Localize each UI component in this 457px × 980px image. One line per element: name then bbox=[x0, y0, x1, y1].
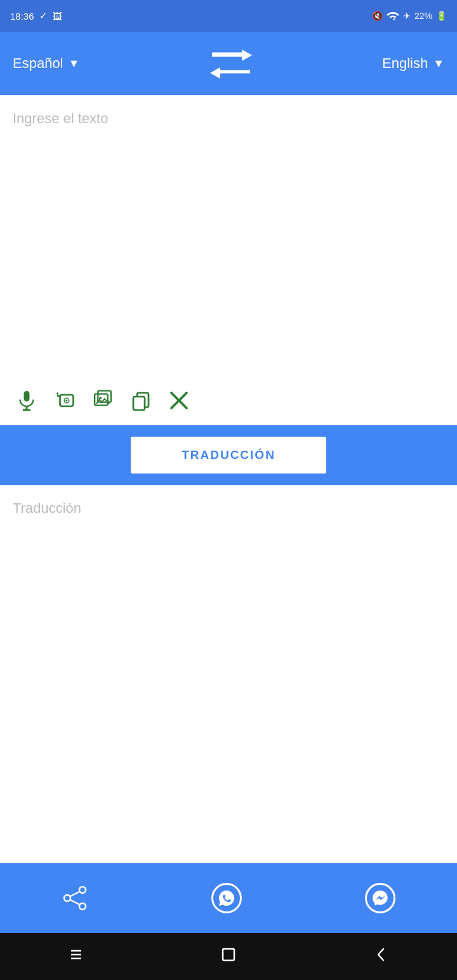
svg-marker-3 bbox=[210, 67, 220, 79]
svg-text:+: + bbox=[55, 390, 60, 399]
whatsapp-button[interactable] bbox=[211, 883, 242, 913]
target-language-label: English bbox=[382, 55, 428, 72]
target-language-chevron: ▼ bbox=[433, 57, 444, 70]
svg-line-23 bbox=[70, 900, 79, 904]
source-language-label: Español bbox=[13, 55, 63, 72]
svg-point-14 bbox=[99, 397, 102, 399]
status-bar-left: 18:36 ✓ 🖼 bbox=[10, 10, 62, 22]
source-language-selector[interactable]: Español ▼ bbox=[13, 55, 79, 72]
output-placeholder-text: Traducción bbox=[13, 500, 444, 517]
svg-point-21 bbox=[79, 903, 86, 910]
android-nav-bar bbox=[0, 933, 457, 980]
swap-languages-button[interactable] bbox=[209, 48, 253, 79]
messenger-circle bbox=[365, 883, 395, 913]
back-button[interactable] bbox=[372, 946, 390, 967]
home-button[interactable] bbox=[220, 946, 237, 967]
clear-button[interactable] bbox=[168, 389, 190, 412]
svg-marker-1 bbox=[242, 50, 252, 61]
svg-rect-4 bbox=[24, 391, 30, 402]
camera-button[interactable]: + bbox=[53, 389, 76, 412]
gallery-button[interactable] bbox=[91, 389, 114, 412]
svg-line-22 bbox=[70, 892, 79, 896]
svg-point-19 bbox=[79, 887, 86, 893]
status-bar-right: 🔇 ✈ 22% 🔋 bbox=[372, 10, 447, 22]
image-icon: 🖼 bbox=[53, 11, 62, 22]
output-area: Traducción bbox=[0, 485, 457, 863]
svg-point-20 bbox=[64, 895, 70, 901]
battery-text: 22% bbox=[414, 11, 432, 21]
whatsapp-circle bbox=[211, 883, 242, 913]
wifi-icon bbox=[387, 10, 399, 22]
battery-icon: 🔋 bbox=[436, 11, 447, 21]
source-text-input[interactable] bbox=[0, 95, 457, 379]
source-language-chevron: ▼ bbox=[69, 57, 80, 70]
status-bar: 18:36 ✓ 🖼 🔇 ✈ 22% 🔋 bbox=[0, 0, 457, 32]
messenger-button[interactable] bbox=[365, 883, 395, 913]
svg-rect-16 bbox=[133, 397, 145, 410]
svg-point-9 bbox=[64, 398, 70, 404]
translate-button-wrapper: TRADUCCIÓN bbox=[0, 425, 457, 485]
bottom-action-bar bbox=[0, 863, 457, 933]
target-language-selector[interactable]: English ▼ bbox=[382, 55, 444, 72]
input-area: + bbox=[0, 95, 457, 425]
translate-button[interactable]: TRADUCCIÓN bbox=[131, 437, 326, 473]
share-button[interactable] bbox=[62, 885, 88, 911]
swap-arrows-icon bbox=[209, 48, 253, 79]
airplane-icon: ✈ bbox=[403, 11, 411, 21]
check-icon: ✓ bbox=[39, 10, 48, 22]
microphone-button[interactable] bbox=[15, 389, 38, 412]
copy-button[interactable] bbox=[129, 389, 152, 412]
svg-rect-27 bbox=[223, 949, 234, 960]
mute-icon: 🔇 bbox=[372, 11, 383, 21]
input-toolbar: + bbox=[0, 379, 457, 425]
time-display: 18:36 bbox=[10, 11, 34, 22]
recent-apps-button[interactable] bbox=[67, 946, 85, 967]
language-header: Español ▼ English ▼ bbox=[0, 32, 457, 95]
